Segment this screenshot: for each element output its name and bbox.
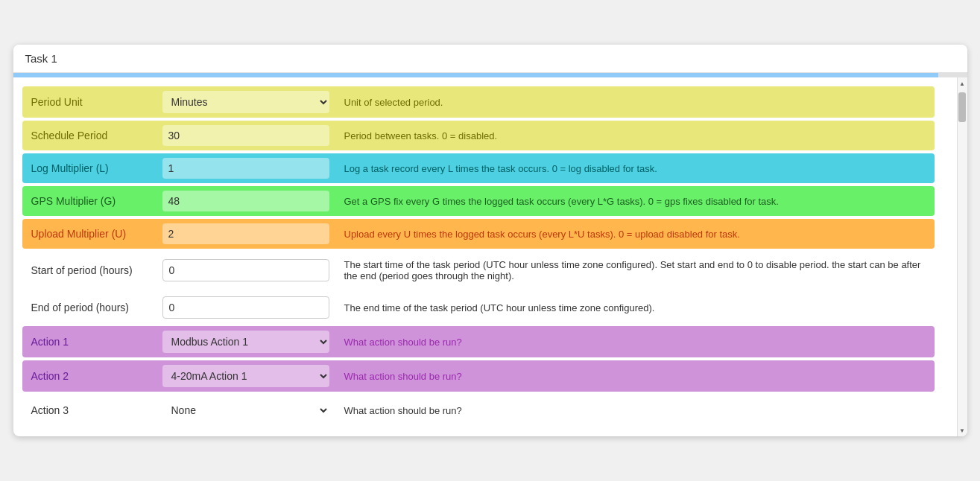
input-schedule-period[interactable] <box>162 125 329 146</box>
table-row-log-multiplier: Log Multiplier (L)Log a task record ever… <box>22 153 935 183</box>
input-cell-schedule-period <box>157 121 335 150</box>
select-action3[interactable]: NoneModbus Action 14-20mA Action 1 <box>162 399 329 421</box>
input-cell-log-multiplier <box>157 153 335 183</box>
table-row-period-unit: Period UnitMinutesHoursDaysUnit of selec… <box>22 86 935 118</box>
input-cell-start-of-period <box>157 252 335 289</box>
title-bar: Task 1 <box>13 45 967 73</box>
input-log-multiplier[interactable] <box>162 158 329 179</box>
label-gps-multiplier: GPS Multiplier (G) <box>22 186 157 216</box>
select-action1[interactable]: NoneModbus Action 14-20mA Action 1 <box>162 331 329 353</box>
input-cell-action3: NoneModbus Action 14-20mA Action 1 <box>157 395 335 426</box>
desc-gps-multiplier: Get a GPS fix every G times the logged t… <box>335 186 935 216</box>
scrollbar-thumb[interactable] <box>958 92 966 122</box>
table-row-action3: Action 3NoneModbus Action 14-20mA Action… <box>22 395 935 426</box>
input-end-of-period[interactable] <box>162 296 329 319</box>
table-row-action2: Action 2NoneModbus Action 14-20mA Action… <box>22 360 935 392</box>
label-upload-multiplier: Upload Multiplier (U) <box>22 219 157 249</box>
label-start-of-period: Start of period (hours) <box>22 252 157 289</box>
input-upload-multiplier[interactable] <box>162 223 329 244</box>
table-row-end-of-period: End of period (hours)The end time of the… <box>22 292 935 323</box>
table-row-start-of-period: Start of period (hours)The start time of… <box>22 252 935 289</box>
table-row-gps-multiplier: GPS Multiplier (G)Get a GPS fix every G … <box>22 186 935 216</box>
desc-log-multiplier: Log a task record every L times the task… <box>335 153 935 183</box>
input-start-of-period[interactable] <box>162 259 329 281</box>
desc-upload-multiplier: Upload every U times the logged task occ… <box>335 219 935 249</box>
settings-table: Period UnitMinutesHoursDaysUnit of selec… <box>22 86 935 426</box>
desc-action1: What action should be run? <box>335 326 935 357</box>
input-cell-gps-multiplier <box>157 186 335 216</box>
table-row-upload-multiplier: Upload Multiplier (U)Upload every U time… <box>22 219 935 249</box>
desc-start-of-period: The start time of the task period (UTC h… <box>335 252 935 289</box>
table-row-action1: Action 1NoneModbus Action 14-20mA Action… <box>22 326 935 357</box>
desc-end-of-period: The end time of the task period (UTC hou… <box>335 292 935 323</box>
label-action1: Action 1 <box>22 326 157 357</box>
input-cell-action1: NoneModbus Action 14-20mA Action 1 <box>157 326 335 357</box>
desc-period-unit: Unit of selected period. <box>335 86 935 118</box>
content-area: Period UnitMinutesHoursDaysUnit of selec… <box>13 77 957 436</box>
scrollbar: ▲ ▼ <box>957 77 967 436</box>
input-gps-multiplier[interactable] <box>162 191 329 211</box>
scrollbar-up-button[interactable]: ▲ <box>957 77 967 89</box>
table-row-schedule-period: Schedule PeriodPeriod between tasks. 0 =… <box>22 121 935 150</box>
label-end-of-period: End of period (hours) <box>22 292 157 323</box>
main-window: Task 1 Period UnitMinutesHoursDaysUnit o… <box>13 45 967 436</box>
select-action2[interactable]: NoneModbus Action 14-20mA Action 1 <box>162 365 329 387</box>
input-cell-end-of-period <box>157 292 335 323</box>
select-period-unit[interactable]: MinutesHoursDays <box>162 91 329 113</box>
label-log-multiplier: Log Multiplier (L) <box>22 153 157 183</box>
label-period-unit: Period Unit <box>22 86 157 118</box>
desc-action2: What action should be run? <box>335 360 935 392</box>
label-action3: Action 3 <box>22 395 157 426</box>
desc-action3: What action should be run? <box>335 395 935 426</box>
window-title: Task 1 <box>25 52 57 65</box>
input-cell-period-unit: MinutesHoursDays <box>157 86 335 118</box>
input-cell-upload-multiplier <box>157 219 335 249</box>
label-schedule-period: Schedule Period <box>22 121 157 150</box>
desc-schedule-period: Period between tasks. 0 = disabled. <box>335 121 935 150</box>
input-cell-action2: NoneModbus Action 14-20mA Action 1 <box>157 360 335 392</box>
scrollbar-down-button[interactable]: ▼ <box>957 424 967 436</box>
label-action2: Action 2 <box>22 360 157 392</box>
